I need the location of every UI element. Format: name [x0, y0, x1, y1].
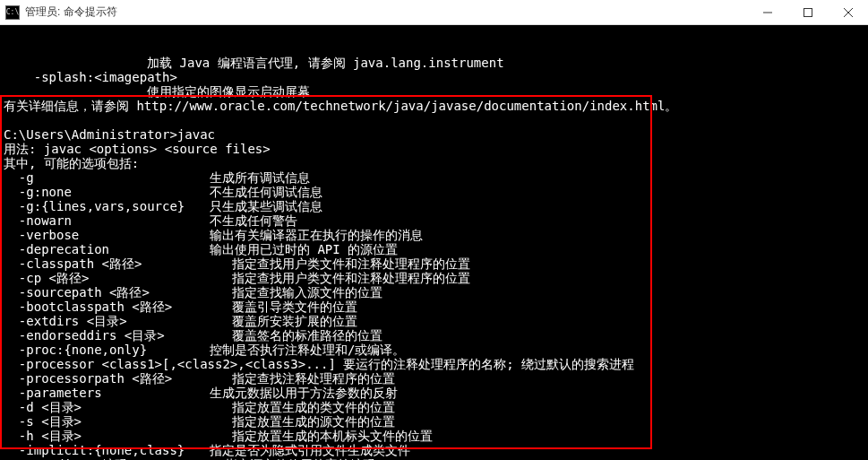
- option-flag: -implicit:{none,class}: [4, 443, 210, 457]
- option-desc: 覆盖所安装扩展的位置: [210, 314, 357, 328]
- option-desc: 指定查找用户类文件和注释处理程序的位置: [210, 256, 470, 271]
- option-line: -cp <路径> 指定查找用户类文件和注释处理程序的位置: [4, 271, 864, 285]
- option-line: -g生成所有调试信息: [4, 170, 864, 185]
- window-frame: C:\ 管理员: 命令提示符 加载 Java 编程语言代理, 请参阅 java.…: [0, 0, 868, 460]
- option-flag: -g:none: [4, 185, 210, 199]
- option-line: -processorpath <路径> 指定查找注释处理程序的位置: [4, 371, 864, 386]
- terminal-line: 加载 Java 编程语言代理, 请参阅 java.lang.instrument: [4, 56, 864, 70]
- option-flag: -verbose: [4, 228, 210, 242]
- option-desc: 生成所有调试信息: [210, 170, 310, 185]
- option-line: -g:{lines,vars,source}只生成某些调试信息: [4, 199, 864, 213]
- maximize-button[interactable]: [787, 0, 828, 25]
- option-line: -g:none不生成任何调试信息: [4, 185, 864, 199]
- option-flag: -s <目录>: [4, 414, 210, 429]
- option-desc: 指定是否为隐式引用文件生成类文件: [210, 443, 410, 457]
- option-line: -bootclasspath <路径> 覆盖引导类文件的位置: [4, 299, 864, 314]
- terminal-line: C:\Users\Administrator>javac: [4, 127, 864, 142]
- option-desc: 控制是否执行注释处理和/或编译。: [210, 343, 405, 357]
- app-icon: C:\: [5, 5, 20, 20]
- titlebar[interactable]: C:\ 管理员: 命令提示符: [0, 0, 868, 25]
- option-flag: -classpath <路径>: [4, 256, 210, 271]
- option-line: -implicit:{none,class}指定是否为隐式引用文件生成类文件: [4, 443, 864, 457]
- option-flag: -d <目录>: [4, 400, 210, 414]
- option-desc: 不生成任何警告: [210, 213, 297, 228]
- option-flag: -bootclasspath <路径>: [4, 299, 210, 314]
- option-desc: 只生成某些调试信息: [210, 199, 322, 213]
- option-line: -proc:{none,only}控制是否执行注释处理和/或编译。: [4, 343, 864, 357]
- terminal-line: -splash:<imagepath>: [4, 70, 864, 84]
- option-desc: 输出有关编译器正在执行的操作的消息: [210, 228, 423, 242]
- option-flag: -extdirs <目录>: [4, 314, 210, 328]
- option-line: -processor <class1>[,<class2>,<class3>..…: [4, 357, 864, 371]
- terminal-line: [4, 113, 864, 127]
- option-desc: 输出使用已过时的 API 的源位置: [210, 242, 398, 256]
- option-flag: -cp <路径>: [4, 271, 210, 285]
- option-flag: -endorseddirs <目录>: [4, 328, 210, 343]
- terminal-line: 有关详细信息，请参阅 http://www.oracle.com/technet…: [4, 99, 864, 113]
- option-line: -sourcepath <路径> 指定查找输入源文件的位置: [4, 285, 864, 299]
- option-flag: -sourcepath <路径>: [4, 285, 210, 299]
- option-flag: -h <目录>: [4, 429, 210, 443]
- option-flag: -g:{lines,vars,source}: [4, 199, 210, 213]
- option-line: -parameters生成元数据以用于方法参数的反射: [4, 386, 864, 400]
- option-line: -d <目录> 指定放置生成的类文件的位置: [4, 400, 864, 414]
- option-desc: 覆盖签名的标准路径的位置: [210, 328, 382, 343]
- minimize-icon: [763, 8, 772, 17]
- option-flag: -nowarn: [4, 213, 210, 228]
- option-desc: 指定放置生成的本机标头文件的位置: [210, 429, 433, 443]
- option-line: -verbose输出有关编译器正在执行的操作的消息: [4, 228, 864, 242]
- option-desc: 指定查找输入源文件的位置: [210, 285, 382, 299]
- svg-rect-1: [804, 8, 812, 16]
- close-button[interactable]: [828, 0, 868, 25]
- option-desc: 生成元数据以用于方法参数的反射: [210, 386, 398, 400]
- minimize-button[interactable]: [747, 0, 787, 25]
- option-line: -endorseddirs <目录> 覆盖签名的标准路径的位置: [4, 328, 864, 343]
- terminal-line: 其中, 可能的选项包括:: [4, 156, 864, 170]
- option-line: -h <目录> 指定放置生成的本机标头文件的位置: [4, 429, 864, 443]
- maximize-icon: [804, 8, 812, 17]
- option-line: -deprecation输出使用已过时的 API 的源位置: [4, 242, 864, 256]
- terminal-line: 使用指定的图像显示启动屏幕: [4, 84, 864, 99]
- close-icon: [844, 8, 853, 17]
- option-desc: 不生成任何调试信息: [210, 185, 322, 199]
- option-flag: -proc:{none,only}: [4, 343, 210, 357]
- terminal-lines: 加载 Java 编程语言代理, 请参阅 java.lang.instrument…: [4, 56, 864, 460]
- option-flag: -processorpath <路径>: [4, 371, 210, 386]
- option-desc: 指定放置生成的类文件的位置: [210, 400, 395, 414]
- option-line: -classpath <路径> 指定查找用户类文件和注释处理程序的位置: [4, 256, 864, 271]
- option-desc: 指定放置生成的源文件的位置: [210, 414, 395, 429]
- option-line: -extdirs <目录> 覆盖所安装扩展的位置: [4, 314, 864, 328]
- option-flag: -g: [4, 170, 210, 185]
- option-flag: -parameters: [4, 386, 210, 400]
- option-desc: 指定查找注释处理程序的位置: [210, 371, 395, 386]
- terminal-output[interactable]: 加载 Java 编程语言代理, 请参阅 java.lang.instrument…: [0, 25, 868, 460]
- option-desc: 指定查找用户类文件和注释处理程序的位置: [210, 271, 470, 285]
- option-desc: 覆盖引导类文件的位置: [210, 299, 357, 314]
- window-title: 管理员: 命令提示符: [25, 4, 117, 20]
- option-line: -nowarn不生成任何警告: [4, 213, 864, 228]
- option-flag: -deprecation: [4, 242, 210, 256]
- terminal-line: 用法: javac <options> <source files>: [4, 142, 864, 156]
- option-line: -s <目录> 指定放置生成的源文件的位置: [4, 414, 864, 429]
